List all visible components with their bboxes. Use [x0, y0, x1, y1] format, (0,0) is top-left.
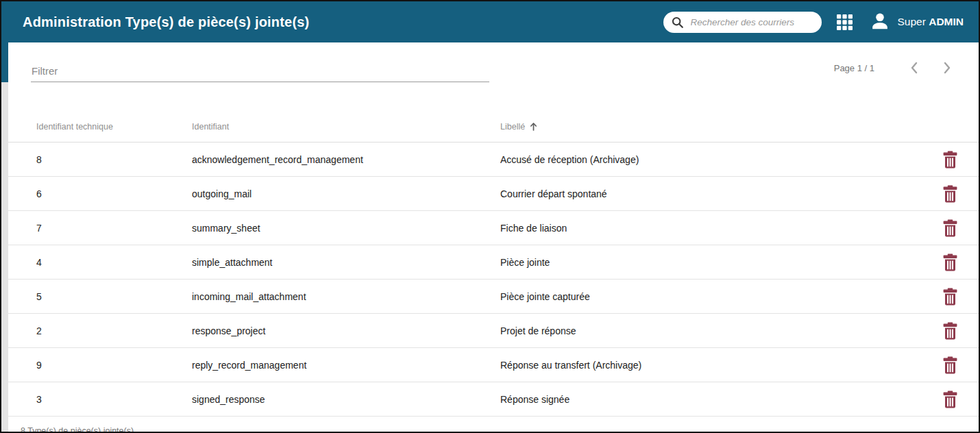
column-header-identifier[interactable]: Identifiant — [192, 122, 500, 132]
row-technical-id: 8 — [36, 154, 192, 165]
table-row[interactable]: 9 reply_record_management Réponse au tra… — [8, 348, 979, 382]
row-identifier: signed_response — [192, 394, 500, 405]
list-toolbar: Page 1 / 1 — [8, 42, 979, 82]
row-label: Fiche de liaison — [500, 223, 927, 234]
row-label: Réponse au transfert (Archivage) — [500, 360, 927, 371]
trash-icon — [943, 322, 957, 340]
row-identifier: summary_sheet — [192, 223, 500, 234]
user-first-name: Super — [898, 16, 926, 27]
table-header: Identifiant technique Identifiant Libell… — [8, 82, 979, 143]
page-indicator: Page 1 / 1 — [834, 63, 874, 73]
table-row[interactable]: 3 signed_response Réponse signée — [8, 382, 979, 417]
table-row[interactable]: 5 incoming_mail_attachment Pièce jointe … — [8, 280, 979, 314]
delete-button[interactable] — [942, 149, 959, 170]
table-row[interactable]: 8 acknowledgement_record_management Accu… — [8, 143, 979, 177]
filter-field — [31, 62, 489, 82]
result-count: 8 Type(s) de pièce(s) jointe(s) — [8, 417, 979, 433]
trash-icon — [943, 219, 957, 237]
delete-button[interactable] — [942, 321, 959, 341]
content-area: Page 1 / 1 Identifiant t — [1, 42, 979, 432]
trash-icon — [943, 356, 957, 374]
column-header-label[interactable]: Libellé — [500, 122, 927, 132]
row-identifier: incoming_mail_attachment — [192, 291, 500, 302]
row-label: Réponse signée — [500, 394, 927, 405]
row-label: Projet de réponse — [500, 325, 927, 336]
filter-input[interactable] — [31, 62, 489, 82]
row-identifier: response_project — [192, 325, 500, 336]
table-row[interactable]: 7 summary_sheet Fiche de liaison — [8, 211, 979, 245]
trash-icon — [943, 391, 957, 408]
table-row[interactable]: 6 outgoing_mail Courrier départ spontané — [8, 177, 979, 211]
delete-button[interactable] — [942, 355, 959, 375]
user-last-name: ADMIN — [929, 16, 964, 27]
row-identifier: acknowledgement_record_management — [192, 154, 500, 165]
row-label: Pièce jointe — [500, 257, 927, 268]
global-search[interactable] — [663, 12, 822, 33]
row-technical-id: 6 — [36, 188, 192, 199]
left-margin-strip — [1, 42, 8, 432]
user-name[interactable]: Super ADMIN — [898, 16, 964, 28]
row-identifier: reply_record_management — [192, 360, 500, 371]
delete-button[interactable] — [942, 184, 959, 204]
delete-button[interactable] — [942, 252, 959, 273]
delete-button[interactable] — [942, 218, 959, 238]
app-window: Administration Type(s) de pièce(s) joint… — [0, 0, 980, 433]
row-label: Courrier départ spontané — [500, 188, 927, 199]
row-technical-id: 5 — [36, 291, 192, 302]
row-identifier: outgoing_mail — [192, 188, 500, 199]
sort-asc-icon — [529, 122, 538, 132]
chevron-left-icon[interactable] — [906, 60, 922, 76]
apps-grid-icon[interactable] — [837, 14, 853, 30]
row-technical-id: 3 — [36, 394, 192, 405]
table-row[interactable]: 4 simple_attachment Pièce jointe — [8, 245, 979, 280]
app-header: Administration Type(s) de pièce(s) joint… — [1, 1, 979, 42]
trash-icon — [943, 288, 957, 306]
table-row[interactable]: 2 response_project Projet de réponse — [8, 314, 979, 348]
chevron-right-icon[interactable] — [939, 60, 955, 76]
paginator: Page 1 / 1 — [834, 60, 955, 82]
trash-icon — [943, 185, 957, 203]
table-body: 8 acknowledgement_record_management Accu… — [8, 143, 979, 417]
row-label: Accusé de réception (Archivage) — [500, 154, 927, 165]
delete-button[interactable] — [942, 286, 959, 307]
row-identifier: simple_attachment — [192, 257, 500, 268]
page-title: Administration Type(s) de pièce(s) joint… — [23, 14, 309, 30]
row-technical-id: 9 — [36, 360, 192, 371]
trash-icon — [943, 151, 957, 169]
search-icon — [671, 16, 684, 29]
trash-icon — [943, 253, 957, 271]
content-card: Page 1 / 1 Identifiant t — [8, 42, 979, 432]
search-input[interactable] — [689, 16, 813, 28]
user-icon[interactable] — [870, 12, 890, 32]
row-technical-id: 2 — [36, 325, 192, 336]
column-header-technical-id[interactable]: Identifiant technique — [36, 122, 192, 132]
row-technical-id: 7 — [36, 223, 192, 234]
delete-button[interactable] — [942, 389, 959, 410]
row-technical-id: 4 — [36, 257, 192, 268]
row-label: Pièce jointe capturée — [500, 291, 927, 302]
header-actions: Super ADMIN — [663, 12, 964, 33]
